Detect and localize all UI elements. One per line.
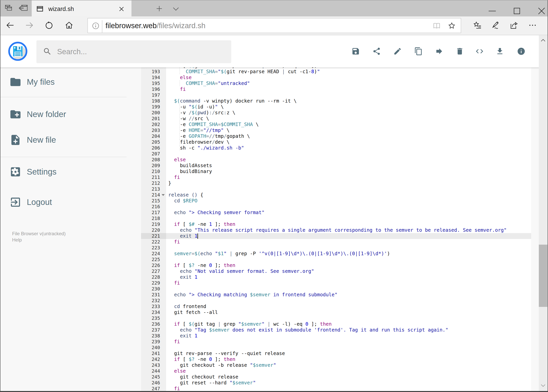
gutter-line-number: 206 bbox=[141, 145, 166, 151]
edit-icon[interactable] bbox=[393, 47, 402, 56]
more-menu-icon[interactable] bbox=[528, 21, 537, 29]
gutter-line-number: 242 bbox=[141, 356, 166, 362]
gutter-line-number: 203 bbox=[141, 127, 166, 133]
code-icon[interactable] bbox=[474, 47, 485, 56]
gutter-line-number: 221 bbox=[141, 233, 166, 239]
code-line: COMMIT_SHA="$(git rev-parse HEAD | cut -… bbox=[166, 69, 531, 75]
url-box[interactable]: filebrowser.web/files/wizard.sh bbox=[87, 18, 461, 33]
info-icon[interactable] bbox=[517, 47, 526, 56]
folder-icon bbox=[9, 76, 21, 88]
code-line: echo "Tag $semver does not exist in subm… bbox=[166, 327, 531, 333]
sidebar-item-settings[interactable]: Settings bbox=[0, 166, 141, 178]
code-line: COMMIT_SHA="untracked" bbox=[166, 80, 531, 86]
gutter-line-number: 244 bbox=[141, 368, 166, 374]
delete-icon[interactable] bbox=[456, 47, 464, 56]
url-text[interactable]: filebrowser.web/files/wizard.sh bbox=[105, 21, 205, 30]
browser-tab-bar: wizard.sh bbox=[0, 0, 548, 16]
app-logo-floppy[interactable] bbox=[8, 42, 28, 61]
gutter-line-number: 229 bbox=[141, 280, 166, 286]
copy-icon[interactable] bbox=[414, 47, 423, 56]
gutter-line-number: 234 bbox=[141, 309, 166, 315]
sidebar-item-new-file[interactable]: New file bbox=[0, 134, 141, 146]
scrollbar-thumb[interactable] bbox=[539, 245, 548, 307]
indent-guide bbox=[179, 128, 180, 133]
move-icon[interactable] bbox=[435, 47, 444, 56]
editor-gutter: 1921931941951961971981992002012022032042… bbox=[141, 67, 166, 391]
fold-marker-icon[interactable] bbox=[162, 194, 165, 196]
code-line: cd $REPO bbox=[166, 198, 531, 204]
gutter-line-number: 224 bbox=[141, 251, 166, 257]
logout-icon bbox=[9, 196, 21, 208]
share-icon[interactable] bbox=[372, 47, 381, 56]
tab-preview-icon[interactable] bbox=[5, 4, 13, 12]
sidebar-item-logout[interactable]: Logout bbox=[0, 196, 141, 208]
tab-close-icon[interactable] bbox=[118, 6, 125, 12]
maximize-icon[interactable] bbox=[513, 7, 521, 15]
favorites-hub-icon[interactable] bbox=[473, 21, 482, 29]
gutter-line-number: 200 bbox=[141, 110, 166, 116]
browser-window: wizard.shfilebrowser.web/files/wizard.sh… bbox=[0, 0, 548, 392]
gutter-line-number: 228 bbox=[141, 274, 166, 280]
code-line bbox=[166, 216, 531, 221]
editor-code-pane[interactable]: if [ $(git status --porcelain | wc -l) -… bbox=[166, 67, 531, 391]
reading-view-icon bbox=[433, 22, 441, 30]
home-icon[interactable] bbox=[65, 21, 74, 30]
browser-tab-active[interactable]: wizard.sh bbox=[32, 0, 132, 16]
gutter-line-number: 236 bbox=[141, 321, 166, 327]
gutter-line-number: 219 bbox=[141, 221, 166, 227]
code-line: filebrowser/dev \ bbox=[166, 139, 531, 145]
sidebar-help-link[interactable]: Help bbox=[12, 237, 22, 243]
url-path: /files/wizard.sh bbox=[157, 21, 205, 30]
gutter-line-number: 246 bbox=[141, 380, 166, 386]
gutter-line-number: 241 bbox=[141, 350, 166, 356]
sidebar-version-text: File Browser v(untracked) bbox=[12, 231, 66, 237]
code-line bbox=[166, 245, 531, 251]
app-header: Search... bbox=[0, 35, 539, 67]
annotate-pen-icon[interactable] bbox=[491, 21, 500, 29]
back-icon[interactable] bbox=[6, 21, 15, 30]
gutter-line-number: 210 bbox=[141, 168, 166, 174]
gutter-line-number: 226 bbox=[141, 262, 166, 268]
code-line: fi bbox=[166, 280, 531, 286]
window-close-icon[interactable] bbox=[538, 7, 545, 15]
sidebar-item-my-files[interactable]: My files bbox=[0, 76, 141, 88]
code-line: -e HOME="//tmp" \ bbox=[166, 127, 531, 133]
set-tabs-aside-icon[interactable] bbox=[18, 4, 28, 12]
sidebar-item-new-folder[interactable]: New folder bbox=[0, 108, 141, 120]
refresh-icon[interactable] bbox=[45, 21, 53, 29]
save-icon[interactable] bbox=[351, 47, 360, 56]
code-line: -e GOPATH=//tmp/gopath \ bbox=[166, 133, 531, 139]
indent-guide bbox=[179, 139, 180, 145]
code-line: exit 1 bbox=[166, 274, 531, 280]
gutter-line-number: 239 bbox=[141, 339, 166, 345]
chevron-down-icon[interactable] bbox=[541, 384, 545, 387]
gutter-line-number: 202 bbox=[141, 121, 166, 127]
code-line: echo "This release script requires a sin… bbox=[166, 227, 531, 233]
site-info-icon[interactable] bbox=[92, 22, 99, 29]
chevron-up-icon[interactable] bbox=[541, 39, 545, 42]
code-line bbox=[166, 286, 531, 292]
code-line: fi bbox=[166, 86, 531, 92]
search-box[interactable]: Search... bbox=[36, 40, 231, 63]
gutter-line-number: 231 bbox=[141, 292, 166, 298]
indent-guide bbox=[179, 133, 180, 139]
new-folder-icon bbox=[9, 108, 21, 120]
code-line: fi bbox=[166, 239, 531, 245]
share-page-icon[interactable] bbox=[509, 21, 518, 30]
gutter-line-number: 199 bbox=[141, 104, 166, 110]
code-line: if [ $? -ne 0 ]; then bbox=[166, 262, 531, 268]
forward-icon[interactable] bbox=[25, 21, 34, 30]
code-line: } bbox=[166, 180, 531, 186]
gutter-line-number: 193 bbox=[141, 69, 166, 75]
gutter-line-number: 218 bbox=[141, 216, 166, 221]
sidebar-divider bbox=[0, 157, 127, 157]
code-line: exit 1 bbox=[166, 333, 531, 339]
gutter-line-number: 225 bbox=[141, 257, 166, 262]
page-scrollbar[interactable] bbox=[539, 35, 548, 391]
tab-list-chevron-icon[interactable] bbox=[173, 7, 179, 11]
code-line bbox=[166, 298, 531, 304]
new-tab-icon[interactable] bbox=[156, 5, 163, 12]
add-favorite-star-icon[interactable] bbox=[448, 22, 456, 30]
minimize-icon[interactable] bbox=[488, 7, 496, 15]
download-icon[interactable] bbox=[496, 47, 504, 56]
